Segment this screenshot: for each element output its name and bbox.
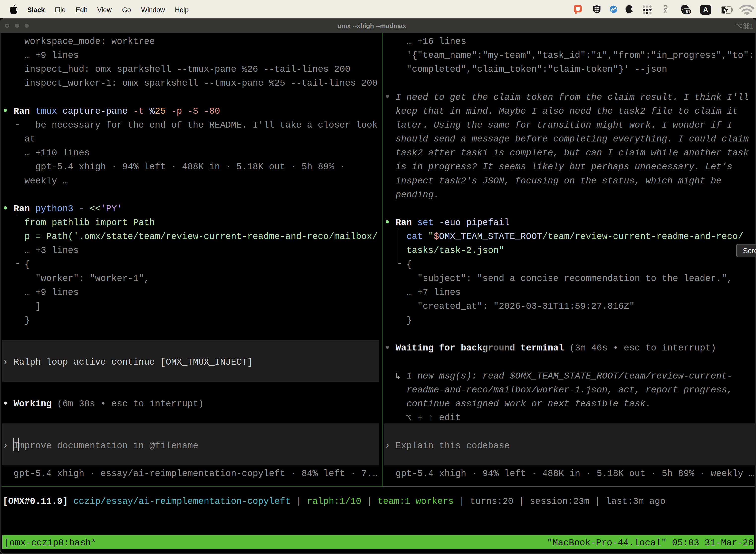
svg-text:1: 1 — [750, 22, 753, 30]
